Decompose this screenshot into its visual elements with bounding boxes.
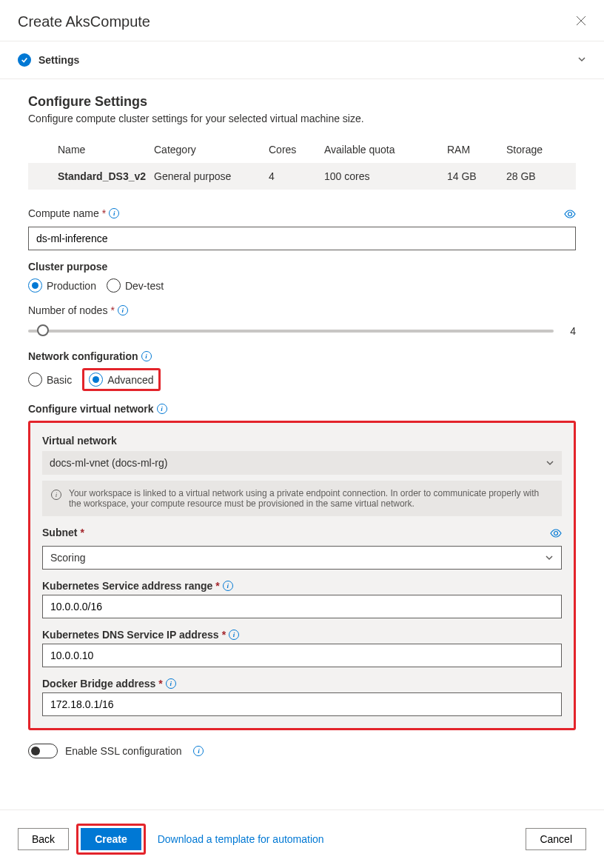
compute-name-label: Compute name *	[28, 207, 119, 219]
section-desc: Configure compute cluster settings for y…	[28, 113, 576, 124]
vm-ram: 14 GB	[447, 170, 506, 182]
eye-icon[interactable]	[550, 528, 562, 540]
col-header-storage: Storage	[506, 144, 576, 156]
col-header-name: Name	[28, 144, 154, 156]
ssl-toggle[interactable]	[28, 744, 58, 758]
dialog-header: Create AksCompute	[0, 0, 604, 41]
highlight-advanced: Advanced	[82, 368, 160, 391]
vm-table-header: Name Category Cores Available quota RAM …	[28, 136, 576, 163]
info-icon[interactable]	[166, 678, 176, 689]
svg-point-0	[568, 213, 572, 216]
vm-table: Name Category Cores Available quota RAM …	[28, 136, 576, 190]
vm-quota: 100 cores	[324, 170, 447, 182]
nodes-slider[interactable]	[28, 330, 554, 333]
info-icon[interactable]	[223, 581, 233, 591]
config-vnet-label: Configure virtual network	[28, 403, 576, 415]
step-label: Settings	[38, 54, 79, 66]
vnet-label: Virtual network	[42, 435, 562, 447]
svg-point-1	[554, 532, 558, 535]
chevron-down-icon	[546, 458, 554, 467]
check-circle-icon	[18, 53, 31, 67]
vnet-info-banner: Your workspace is linked to a virtual ne…	[42, 481, 562, 516]
vm-category: General purpose	[154, 170, 269, 182]
dialog-title: Create AksCompute	[18, 13, 150, 30]
info-icon[interactable]	[157, 404, 167, 414]
back-button[interactable]: Back	[18, 828, 69, 850]
download-template-link[interactable]: Download a template for automation	[158, 833, 324, 845]
col-header-ram: RAM	[447, 144, 506, 156]
info-icon[interactable]	[118, 305, 128, 316]
col-header-category: Category	[154, 144, 269, 156]
footer: Back Create Download a template for auto…	[0, 809, 604, 868]
subnet-label: Subnet *	[42, 527, 84, 538]
nodes-value: 4	[568, 325, 576, 337]
subnet-select[interactable]: Scoring	[42, 546, 562, 570]
cluster-purpose-label: Cluster purpose	[28, 261, 576, 273]
vm-table-row[interactable]: Standard_DS3_v2 General purpose 4 100 co…	[28, 163, 576, 190]
compute-name-input[interactable]	[28, 227, 576, 250]
vm-cores: 4	[269, 170, 324, 182]
radio-basic[interactable]: Basic	[28, 373, 72, 387]
info-icon[interactable]	[229, 630, 239, 640]
k8s-dns-label: Kubernetes DNS Service IP address *	[42, 629, 562, 641]
info-icon[interactable]	[109, 208, 119, 218]
radio-devtest[interactable]: Dev-test	[107, 278, 164, 293]
network-config-label: Network configuration	[28, 350, 576, 362]
vnet-panel: Virtual network docs-ml-vnet (docs-ml-rg…	[28, 421, 576, 730]
ssl-label: Enable SSL configuration	[65, 745, 181, 757]
col-header-cores: Cores	[269, 144, 324, 156]
vm-storage: 28 GB	[506, 170, 576, 182]
radio-advanced[interactable]: Advanced	[89, 373, 153, 387]
docker-input[interactable]	[42, 692, 562, 716]
k8s-dns-input[interactable]	[42, 644, 562, 667]
vm-name: Standard_DS3_v2	[28, 170, 154, 182]
docker-label: Docker Bridge address *	[42, 678, 562, 690]
vnet-select[interactable]: docs-ml-vnet (docs-ml-rg)	[42, 451, 562, 475]
close-icon	[576, 16, 586, 26]
chevron-down-icon	[577, 54, 586, 66]
nodes-label: Number of nodes *	[28, 304, 576, 316]
k8s-range-input[interactable]	[42, 595, 562, 618]
col-header-quota: Available quota	[324, 144, 447, 156]
info-icon	[51, 490, 61, 500]
radio-production[interactable]: Production	[28, 278, 96, 293]
create-button[interactable]: Create	[81, 828, 141, 850]
content-area: Configure Settings Configure compute clu…	[0, 79, 604, 782]
step-settings-header[interactable]: Settings	[0, 41, 604, 79]
section-title: Configure Settings	[28, 94, 576, 110]
info-icon[interactable]	[141, 351, 152, 361]
highlight-create: Create	[76, 824, 146, 855]
k8s-range-label: Kubernetes Service address range *	[42, 580, 562, 592]
info-icon[interactable]	[193, 746, 204, 756]
close-button[interactable]	[576, 14, 586, 30]
chevron-down-icon	[545, 553, 554, 562]
cancel-button[interactable]: Cancel	[526, 828, 586, 850]
eye-icon[interactable]	[564, 209, 576, 221]
